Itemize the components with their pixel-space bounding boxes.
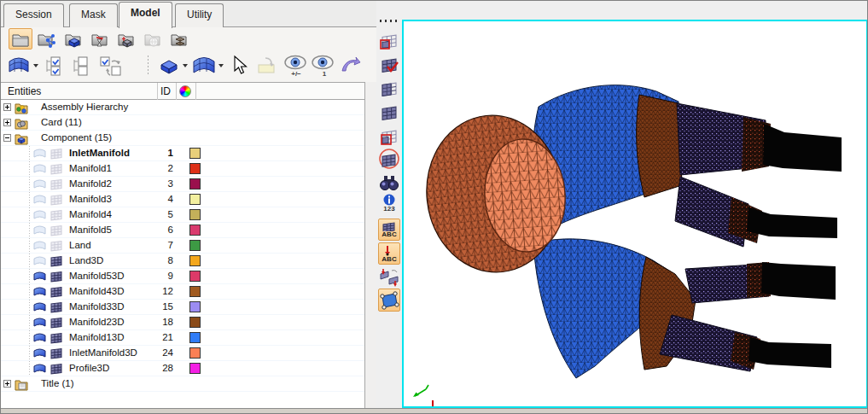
- component-name[interactable]: Manifold3: [69, 194, 112, 204]
- color-swatch[interactable]: [189, 286, 201, 297]
- folder-history-icon[interactable]: [88, 28, 112, 50]
- component-row[interactable]: InletManifold3D 24: [1, 346, 365, 361]
- component-name[interactable]: Manifold5: [69, 224, 112, 235]
- toggle-checks-icon[interactable]: [98, 53, 124, 79]
- eye-one-icon[interactable]: 1: [310, 53, 335, 79]
- info-numbers-icon[interactable]: 123: [378, 192, 400, 214]
- abc-arrow-button[interactable]: ABC: [378, 242, 400, 265]
- tab-utility[interactable]: Utility: [175, 3, 224, 27]
- surface2-dropdown-button[interactable]: [190, 53, 224, 79]
- component-name[interactable]: Manifold4: [69, 209, 112, 219]
- component-name[interactable]: Manifold1: [69, 163, 112, 173]
- eye-plus-minus-icon[interactable]: +/−: [283, 53, 308, 79]
- component-row[interactable]: Manifold5 6: [1, 223, 365, 238]
- cursor-icon[interactable]: [230, 53, 250, 79]
- folder-links-icon[interactable]: [35, 28, 59, 50]
- column-entities[interactable]: Entities: [8, 85, 41, 97]
- component-row[interactable]: Manifold13D 21: [1, 330, 365, 346]
- component-row[interactable]: Manifold53D 9: [1, 269, 365, 284]
- wireframe-redbox-icon[interactable]: [378, 125, 400, 146]
- color-swatch[interactable]: [189, 178, 201, 190]
- color-swatch[interactable]: [189, 301, 201, 312]
- component-row[interactable]: InletManifold 1: [1, 146, 365, 161]
- component-name[interactable]: Manifold33D: [69, 301, 125, 312]
- group-label[interactable]: Assembly Hierarchy: [41, 102, 128, 112]
- abc-mesh-button[interactable]: ABC: [378, 219, 400, 241]
- group-label[interactable]: Card (11): [41, 117, 82, 127]
- uncheck-all-icon[interactable]: [71, 53, 95, 79]
- surface-nodes-button[interactable]: [378, 289, 400, 312]
- folder-icon[interactable]: [9, 28, 32, 50]
- component-row[interactable]: Manifold23D 18: [1, 315, 365, 330]
- group-label[interactable]: Title (1): [41, 378, 74, 388]
- component-name[interactable]: Profile3D: [69, 363, 109, 373]
- folder-stack-icon[interactable]: [167, 28, 191, 50]
- folder-mesh-block-icon[interactable]: [114, 28, 138, 50]
- component-name[interactable]: Manifold43D: [69, 286, 125, 296]
- column-id[interactable]: ID: [160, 85, 171, 97]
- color-swatch[interactable]: [189, 255, 201, 266]
- undo-swoosh-icon[interactable]: [339, 53, 363, 79]
- color-swatch[interactable]: [189, 240, 201, 251]
- component-row[interactable]: Manifold3 4: [1, 192, 365, 207]
- component-row[interactable]: Manifold33D 15: [1, 300, 365, 315]
- surface-dropdown-button[interactable]: [7, 53, 38, 79]
- color-swatch[interactable]: [189, 224, 201, 236]
- folder-component-icon[interactable]: [61, 28, 85, 50]
- tree-group-title[interactable]: Title (1): [1, 376, 365, 392]
- component-row[interactable]: Land 7: [1, 238, 365, 254]
- component-row[interactable]: Profile3D 28: [1, 361, 365, 376]
- component-row[interactable]: Manifold1 2: [1, 161, 365, 177]
- component-name[interactable]: Manifold2: [69, 178, 112, 189]
- mesh-check-icon[interactable]: [378, 53, 400, 74]
- toolbar-grip[interactable]: [380, 20, 399, 22]
- tab-model[interactable]: Model: [119, 2, 172, 28]
- color-swatch[interactable]: [189, 363, 201, 374]
- expand-icon[interactable]: [3, 380, 11, 388]
- component-name[interactable]: Manifold13D: [69, 332, 125, 342]
- mesh-shaded-icon[interactable]: [378, 101, 400, 122]
- mesh-half-icon[interactable]: [378, 77, 400, 98]
- color-wheel-icon[interactable]: [179, 85, 191, 97]
- mesh-circled-icon[interactable]: [378, 148, 400, 169]
- column-divider[interactable]: [176, 83, 177, 100]
- color-swatch[interactable]: [189, 163, 201, 174]
- component-dropdown-button[interactable]: [158, 53, 188, 79]
- graphics-viewport[interactable]: [402, 20, 868, 408]
- color-swatch[interactable]: [189, 271, 201, 282]
- component-name[interactable]: InletManifold: [69, 148, 130, 158]
- component-row[interactable]: Manifold43D 12: [1, 284, 365, 300]
- color-swatch[interactable]: [189, 209, 201, 220]
- expand-icon[interactable]: [3, 119, 11, 126]
- binoculars-icon[interactable]: [378, 172, 400, 193]
- collapse-icon[interactable]: [3, 134, 11, 142]
- column-divider[interactable]: [157, 83, 158, 100]
- tree-group-card[interactable]: Card (11): [1, 115, 365, 131]
- geometry-icon: [33, 317, 47, 329]
- expand-icon[interactable]: [3, 103, 11, 111]
- component-row[interactable]: Manifold4 5: [1, 207, 365, 223]
- component-row[interactable]: Land3D 8: [1, 254, 365, 269]
- component-name[interactable]: InletManifold3D: [69, 347, 137, 358]
- component-row[interactable]: Manifold2 3: [1, 177, 365, 192]
- tab-mask[interactable]: Mask: [69, 3, 118, 27]
- group-label[interactable]: Component (15): [41, 132, 112, 143]
- component-name[interactable]: Land: [69, 240, 91, 250]
- tab-session[interactable]: Session: [3, 3, 64, 27]
- component-name[interactable]: Manifold23D: [69, 317, 125, 327]
- tree-group-assembly[interactable]: Assembly Hierarchy: [1, 100, 365, 115]
- color-swatch[interactable]: [189, 194, 201, 205]
- mesh-redbox-icon[interactable]: [378, 29, 400, 50]
- folder-sphere-disabled-icon[interactable]: [141, 28, 165, 50]
- color-swatch[interactable]: [189, 148, 201, 159]
- color-swatch[interactable]: [189, 347, 201, 359]
- flags-sync-icon[interactable]: [378, 266, 400, 288]
- tree-group-component[interactable]: Component (15): [1, 131, 365, 146]
- column-divider[interactable]: [195, 83, 196, 100]
- component-name[interactable]: Land3D: [69, 255, 103, 265]
- check-all-icon[interactable]: [44, 53, 67, 79]
- color-swatch[interactable]: [189, 332, 201, 343]
- color-swatch[interactable]: [189, 317, 201, 328]
- component-id: 21: [148, 332, 173, 342]
- component-name[interactable]: Manifold53D: [69, 271, 125, 281]
